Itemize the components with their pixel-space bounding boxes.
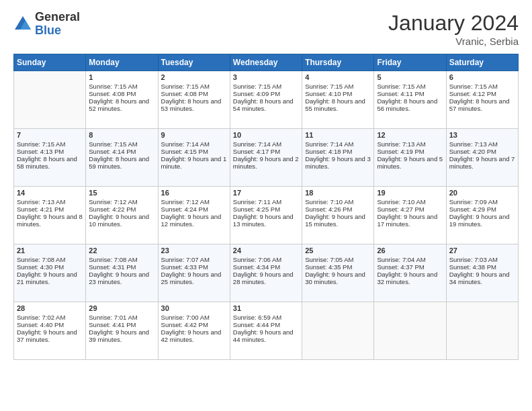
daylight-text: Daylight: 8 hours and 54 minutes. xyxy=(233,97,294,112)
day-number: 10 xyxy=(233,131,299,139)
sunrise-text: Sunrise: 7:15 AM xyxy=(305,83,353,90)
sunrise-text: Sunrise: 7:15 AM xyxy=(161,83,210,90)
month-title: January 2024 xyxy=(388,11,519,36)
sunrise-text: Sunrise: 7:15 AM xyxy=(89,83,137,90)
table-row: 19Sunrise: 7:10 AMSunset: 4:27 PMDayligh… xyxy=(374,187,446,244)
daylight-text: Daylight: 8 hours and 55 minutes. xyxy=(305,97,365,112)
sunrise-text: Sunrise: 7:08 AM xyxy=(17,256,65,263)
table-row: 20Sunrise: 7:09 AMSunset: 4:29 PMDayligh… xyxy=(446,187,518,244)
day-number: 30 xyxy=(161,304,227,312)
table-row xyxy=(14,71,86,129)
logo-general-text: General xyxy=(35,11,80,24)
sunrise-text: Sunrise: 7:12 AM xyxy=(161,198,210,205)
sunset-text: Sunset: 4:18 PM xyxy=(305,148,352,155)
table-row: 3Sunrise: 7:15 AMSunset: 4:09 PMDaylight… xyxy=(230,71,302,129)
header: General Blue January 2024 Vranic, Serbia xyxy=(13,11,519,47)
day-number: 15 xyxy=(89,189,154,197)
sunset-text: Sunset: 4:09 PM xyxy=(233,90,280,97)
daylight-text: Daylight: 9 hours and 21 minutes. xyxy=(17,271,77,285)
sunrise-text: Sunrise: 7:04 AM xyxy=(377,256,425,263)
table-row: 9Sunrise: 7:14 AMSunset: 4:15 PMDaylight… xyxy=(158,129,230,187)
day-number: 17 xyxy=(233,189,299,197)
day-number: 12 xyxy=(377,131,443,139)
table-row: 16Sunrise: 7:12 AMSunset: 4:24 PMDayligh… xyxy=(158,187,230,244)
sunrise-text: Sunrise: 7:14 AM xyxy=(233,140,281,148)
daylight-text: Daylight: 9 hours and 15 minutes. xyxy=(305,213,365,228)
sunrise-text: Sunrise: 7:08 AM xyxy=(89,256,137,263)
table-row: 2Sunrise: 7:15 AMSunset: 4:08 PMDaylight… xyxy=(158,71,230,129)
daylight-text: Daylight: 9 hours and 7 minutes. xyxy=(449,155,515,170)
daylight-text: Daylight: 9 hours and 17 minutes. xyxy=(377,213,437,228)
sunrise-text: Sunrise: 7:13 AM xyxy=(377,140,425,148)
table-row xyxy=(302,302,374,360)
table-row xyxy=(374,302,446,360)
sunset-text: Sunset: 4:20 PM xyxy=(449,148,496,155)
day-number: 4 xyxy=(305,73,371,81)
header-thursday: Thursday xyxy=(302,54,374,71)
daylight-text: Daylight: 9 hours and 32 minutes. xyxy=(377,271,437,285)
sunrise-text: Sunrise: 7:15 AM xyxy=(449,83,498,90)
sunset-text: Sunset: 4:14 PM xyxy=(89,148,136,155)
day-number: 24 xyxy=(233,246,299,255)
daylight-text: Daylight: 8 hours and 52 minutes. xyxy=(89,97,149,112)
sunrise-text: Sunrise: 7:01 AM xyxy=(89,314,137,321)
sunrise-text: Sunrise: 7:15 AM xyxy=(233,83,281,90)
page: General Blue January 2024 Vranic, Serbia… xyxy=(0,0,532,411)
sunrise-text: Sunrise: 7:14 AM xyxy=(305,140,353,148)
sunrise-text: Sunrise: 7:12 AM xyxy=(89,198,137,205)
sunrise-text: Sunrise: 7:02 AM xyxy=(17,314,65,321)
daylight-text: Daylight: 9 hours and 19 minutes. xyxy=(449,213,510,228)
sunset-text: Sunset: 4:34 PM xyxy=(233,263,280,271)
sunrise-text: Sunrise: 7:09 AM xyxy=(449,198,498,205)
table-row: 8Sunrise: 7:15 AMSunset: 4:14 PMDaylight… xyxy=(86,129,158,187)
day-number: 22 xyxy=(89,246,154,255)
table-row: 15Sunrise: 7:12 AMSunset: 4:22 PMDayligh… xyxy=(86,187,158,244)
sunrise-text: Sunrise: 7:11 AM xyxy=(233,198,281,205)
table-row xyxy=(446,302,518,360)
day-number: 6 xyxy=(449,73,515,81)
daylight-text: Daylight: 9 hours and 10 minutes. xyxy=(89,213,149,228)
calendar-week-5: 28Sunrise: 7:02 AMSunset: 4:40 PMDayligh… xyxy=(14,302,519,360)
table-row: 31Sunrise: 6:59 AMSunset: 4:44 PMDayligh… xyxy=(230,302,302,360)
header-monday: Monday xyxy=(86,54,158,71)
calendar-week-4: 21Sunrise: 7:08 AMSunset: 4:30 PMDayligh… xyxy=(14,244,519,302)
sunset-text: Sunset: 4:29 PM xyxy=(449,205,496,213)
sunset-text: Sunset: 4:08 PM xyxy=(89,90,136,97)
calendar-week-1: 1Sunrise: 7:15 AMSunset: 4:08 PMDaylight… xyxy=(14,71,519,129)
table-row: 29Sunrise: 7:01 AMSunset: 4:41 PMDayligh… xyxy=(86,302,158,360)
sunset-text: Sunset: 4:12 PM xyxy=(449,90,496,97)
day-number: 18 xyxy=(305,189,371,197)
table-row: 14Sunrise: 7:13 AMSunset: 4:21 PMDayligh… xyxy=(14,187,86,244)
sunset-text: Sunset: 4:10 PM xyxy=(305,90,352,97)
daylight-text: Daylight: 9 hours and 39 minutes. xyxy=(89,328,149,343)
daylight-text: Daylight: 9 hours and 28 minutes. xyxy=(233,271,294,285)
daylight-text: Daylight: 8 hours and 58 minutes. xyxy=(17,155,77,170)
table-row: 4Sunrise: 7:15 AMSunset: 4:10 PMDaylight… xyxy=(302,71,374,129)
day-number: 29 xyxy=(89,304,154,312)
table-row: 12Sunrise: 7:13 AMSunset: 4:19 PMDayligh… xyxy=(374,129,446,187)
sunset-text: Sunset: 4:27 PM xyxy=(377,205,424,213)
sunrise-text: Sunrise: 7:00 AM xyxy=(161,314,210,321)
sunset-text: Sunset: 4:13 PM xyxy=(17,148,64,155)
table-row: 7Sunrise: 7:15 AMSunset: 4:13 PMDaylight… xyxy=(14,129,86,187)
header-tuesday: Tuesday xyxy=(158,54,230,71)
daylight-text: Daylight: 9 hours and 8 minutes. xyxy=(17,213,83,228)
sunset-text: Sunset: 4:30 PM xyxy=(17,263,64,271)
day-number: 2 xyxy=(161,73,227,81)
sunrise-text: Sunrise: 7:10 AM xyxy=(305,198,353,205)
title-block: January 2024 Vranic, Serbia xyxy=(388,11,519,47)
table-row: 21Sunrise: 7:08 AMSunset: 4:30 PMDayligh… xyxy=(14,244,86,302)
sunrise-text: Sunrise: 6:59 AM xyxy=(233,314,281,321)
daylight-text: Daylight: 9 hours and 25 minutes. xyxy=(161,271,222,285)
daylight-text: Daylight: 8 hours and 53 minutes. xyxy=(161,97,222,112)
sunrise-text: Sunrise: 7:06 AM xyxy=(233,256,281,263)
sunset-text: Sunset: 4:44 PM xyxy=(233,321,280,328)
logo-blue-text: Blue xyxy=(35,24,80,38)
table-row: 17Sunrise: 7:11 AMSunset: 4:25 PMDayligh… xyxy=(230,187,302,244)
table-row: 24Sunrise: 7:06 AMSunset: 4:34 PMDayligh… xyxy=(230,244,302,302)
daylight-text: Daylight: 9 hours and 42 minutes. xyxy=(161,328,222,343)
day-number: 20 xyxy=(449,189,515,197)
calendar-week-2: 7Sunrise: 7:15 AMSunset: 4:13 PMDaylight… xyxy=(14,129,519,187)
logo-text: General Blue xyxy=(35,11,80,38)
sunrise-text: Sunrise: 7:13 AM xyxy=(449,140,498,148)
